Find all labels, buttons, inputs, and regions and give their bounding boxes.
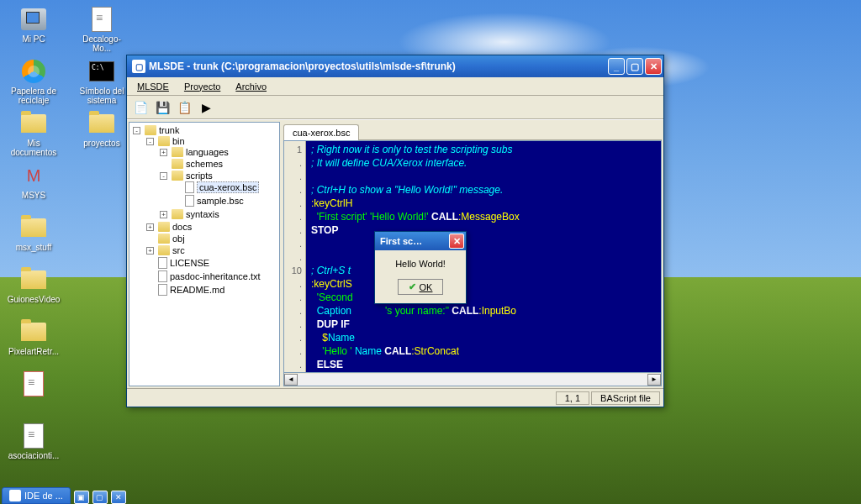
tree-node-schemes[interactable]: schemes — [160, 159, 277, 169]
folder-icon — [158, 222, 170, 232]
folder-icon — [172, 147, 183, 157]
desktop-icons: Mi PC Papelera de reciclaje Mis document… — [4, 4, 139, 475]
toolbar-save-icon[interactable]: 💾 — [154, 99, 171, 116]
taskbar-min-icon[interactable]: ▣ — [74, 491, 89, 504]
tree-node-bin[interactable]: -bin — [146, 136, 277, 146]
taskbar-show-icon[interactable]: ▢ — [92, 491, 108, 504]
desktop-icon-proyectos[interactable]: proyectos — [72, 108, 131, 159]
folder-icon — [158, 234, 170, 244]
dialog-title: First sc… — [380, 236, 449, 246]
desktop-icon-guiones[interactable]: GuionesVideo — [4, 265, 63, 315]
toolbar: 📄 💾 📋 ▶ — [127, 96, 663, 119]
expand-icon[interactable]: + — [160, 149, 167, 156]
app-icon — [9, 490, 21, 501]
expand-icon[interactable]: + — [160, 211, 167, 218]
tree-node-cua-xerox[interactable]: cua-xerox.bsc — [173, 181, 277, 193]
tree-node-obj[interactable]: obj — [146, 234, 277, 244]
folder-icon — [158, 245, 170, 255]
line-gutter: 1........10....... — [284, 141, 306, 372]
desktop-icon-decalogo[interactable]: Decalogo-Mo... — [72, 4, 131, 55]
tree-node-languages[interactable]: +languages — [160, 147, 277, 157]
minimize-button[interactable]: _ — [608, 58, 625, 75]
horizontal-scrollbar[interactable]: ◄ ► — [283, 373, 662, 386]
toolbar-new-icon[interactable]: 📄 — [132, 99, 149, 116]
taskbar-close-icon[interactable]: ✕ — [111, 491, 126, 504]
tree-node-scripts[interactable]: -scripts — [160, 171, 277, 181]
desktop-icon-msys[interactable]: MMSYS — [4, 160, 63, 211]
collapse-icon[interactable]: - — [146, 138, 154, 145]
toolbar-run-icon[interactable]: ▶ — [198, 99, 214, 116]
tree-node-docs[interactable]: +docs — [146, 222, 277, 232]
statusbar: 1, 1 BAScript file — [127, 388, 663, 407]
toolbar-copy-icon[interactable]: 📋 — [176, 99, 193, 116]
dialog-close-button[interactable]: ✕ — [449, 234, 464, 249]
window-title: MLSDE - trunk (C:\programacion\proyectos… — [149, 60, 608, 72]
expand-icon[interactable]: + — [146, 247, 154, 255]
dialog-message: Hello World! — [382, 259, 459, 269]
editor-pane: cua-xerox.bsc 1........10....... ; Right… — [283, 122, 662, 386]
desktop-icon-mi-pc[interactable]: Mi PC — [4, 4, 63, 55]
scroll-track[interactable] — [298, 374, 647, 386]
file-icon — [185, 195, 194, 207]
desktop-icon-msx-stuff[interactable]: msx_stuff — [4, 213, 63, 263]
file-icon — [158, 284, 167, 296]
file-icon — [158, 257, 167, 269]
tree-node-trunk[interactable]: -trunk — [133, 125, 277, 135]
folder-icon — [172, 209, 183, 219]
check-icon: ✔ — [409, 281, 416, 292]
editor-tabs: cua-xerox.bsc — [283, 122, 662, 140]
project-tree[interactable]: -trunk -bin +languages schemes -scripts … — [129, 122, 280, 386]
expand-icon[interactable]: + — [146, 223, 154, 231]
menu-archivo[interactable]: Archivo — [229, 80, 273, 93]
tree-node-license[interactable]: LICENSE — [146, 257, 277, 269]
code-editor[interactable]: 1........10....... ; Right now it is onl… — [283, 140, 662, 373]
folder-icon — [172, 159, 183, 169]
tree-node-sample[interactable]: sample.bsc — [173, 195, 277, 207]
collapse-icon[interactable]: - — [160, 172, 167, 180]
file-icon — [185, 181, 194, 193]
folder-icon — [172, 171, 183, 181]
folder-icon — [145, 125, 156, 135]
tree-node-readme[interactable]: README.md — [146, 284, 277, 296]
tree-node-pasdoc[interactable]: pasdoc-inheritance.txt — [146, 270, 277, 282]
dialog-ok-button[interactable]: ✔OK — [398, 279, 444, 295]
taskbar-item-ide[interactable]: IDE de ... — [2, 487, 71, 504]
dialog-titlebar[interactable]: First sc… ✕ — [375, 232, 466, 250]
menu-proyecto[interactable]: Proyecto — [177, 80, 227, 93]
desktop-icon-mis-docs[interactable]: Mis documentos — [4, 108, 63, 159]
message-dialog: First sc… ✕ Hello World! ✔OK — [374, 231, 467, 304]
titlebar[interactable]: ▢ MLSDE - trunk (C:\programacion\proyect… — [127, 55, 663, 77]
desktop-icon-pixelart[interactable]: PixelartRetr... — [4, 317, 63, 367]
status-cursor-pos: 1, 1 — [556, 391, 589, 405]
close-button[interactable]: ✕ — [645, 58, 662, 75]
folder-icon — [158, 136, 170, 146]
menubar: MLSDE Proyecto Archivo — [127, 77, 663, 96]
maximize-button[interactable]: ▢ — [626, 58, 643, 75]
scroll-left-icon[interactable]: ◄ — [284, 374, 298, 386]
desktop-icon-simbolo[interactable]: Símbolo del sistema — [72, 56, 131, 107]
tree-node-src[interactable]: +src — [146, 245, 277, 255]
tab-cua-xerox[interactable]: cua-xerox.bsc — [283, 124, 359, 140]
status-file-type: BAScript file — [591, 391, 660, 405]
desktop-icon-asociacion[interactable]: asociacionti... — [4, 421, 63, 471]
collapse-icon[interactable]: - — [133, 127, 140, 134]
tree-node-syntaxis[interactable]: +syntaxis — [160, 209, 277, 219]
app-icon: ▢ — [132, 60, 145, 73]
desktop-icon-papelera[interactable]: Papelera de reciclaje — [4, 56, 63, 107]
taskbar: IDE de ... ▣ ▢ ✕ — [0, 489, 861, 504]
menu-mlsde[interactable]: MLSDE — [130, 80, 176, 93]
desktop-icon-charla[interactable] — [4, 369, 63, 419]
file-icon — [158, 270, 167, 282]
scroll-right-icon[interactable]: ► — [647, 374, 661, 386]
